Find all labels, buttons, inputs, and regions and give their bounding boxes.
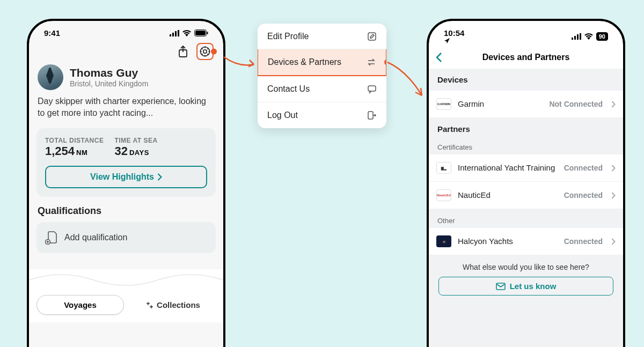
nauticed-logo-icon: NauticEd xyxy=(436,189,451,201)
profile-actions xyxy=(29,41,223,64)
row-garmin-label: Garmin xyxy=(458,99,543,109)
tab-voyages[interactable]: Voyages xyxy=(36,295,124,315)
tab-voyages-label: Voyages xyxy=(64,300,97,309)
menu-contact-us-label: Contact Us xyxy=(267,84,310,94)
halcyon-logo-icon: ≋ xyxy=(436,235,451,247)
menu-devices-partners-highlighted[interactable]: Devices & Partners xyxy=(258,49,386,76)
wave-divider xyxy=(29,269,223,291)
wifi-icon xyxy=(182,30,191,36)
share-button[interactable] xyxy=(175,43,191,60)
stat-distance-value: 1,254 xyxy=(45,144,75,158)
status-right: 90 xyxy=(572,32,608,41)
status-time-wrap: 10:54 xyxy=(444,28,466,44)
battery-icon xyxy=(194,29,208,36)
logout-icon xyxy=(367,110,377,120)
row-nauticed-label: NauticEd xyxy=(458,190,558,200)
add-document-icon xyxy=(45,231,58,245)
let-us-know-button[interactable]: Let us know xyxy=(438,277,613,296)
svg-rect-11 xyxy=(368,33,376,40)
menu-devices-partners-label: Devices & Partners xyxy=(268,57,341,67)
svg-rect-3 xyxy=(178,30,179,36)
screen-body: Devices GARMIN Garmin Not Connected Part… xyxy=(429,69,623,347)
profile-bio: Day skipper with charter experience, loo… xyxy=(29,93,223,125)
avatar[interactable] xyxy=(38,64,63,90)
tab-collections[interactable]: Collections xyxy=(129,295,216,315)
partners-header: Partners xyxy=(429,118,623,140)
swap-icon xyxy=(367,58,376,67)
chat-icon xyxy=(367,85,377,94)
menu-log-out-label: Log Out xyxy=(267,110,298,120)
battery-percent: 90 xyxy=(596,32,608,41)
row-iyt[interactable]: ▇▂ International Yacht Training Connecte… xyxy=(429,154,623,182)
iyt-logo-icon: ▇▂ xyxy=(436,162,451,174)
row-nauticed[interactable]: NauticEd NauticEd Connected xyxy=(429,182,623,209)
sparkle-icon xyxy=(145,301,153,309)
svg-rect-5 xyxy=(195,31,206,35)
row-iyt-status: Connected xyxy=(564,164,603,172)
feedback-prompt: What else would you like to see here? xyxy=(429,255,623,277)
svg-rect-14 xyxy=(572,38,573,40)
menu-edit-profile[interactable]: Edit Profile xyxy=(258,24,386,49)
stat-time-value: 32 xyxy=(114,144,127,158)
chevron-right-icon xyxy=(157,173,162,181)
stats-card: TOTAL DISTANCE 1,254NM TIME AT SEA 32DAY… xyxy=(36,128,216,197)
svg-rect-15 xyxy=(574,36,576,40)
svg-rect-0 xyxy=(170,34,171,36)
row-halcyon[interactable]: ≋ Halcyon Yachts Connected xyxy=(429,228,623,255)
garmin-logo-icon: GARMIN xyxy=(436,98,451,110)
tab-collections-label: Collections xyxy=(157,300,200,309)
wifi-icon xyxy=(584,33,593,40)
row-iyt-label: International Yacht Training xyxy=(458,163,558,173)
stat-distance-label: TOTAL DISTANCE xyxy=(45,137,104,144)
svg-rect-2 xyxy=(175,31,177,36)
menu-log-out[interactable]: Log Out xyxy=(258,102,386,128)
stat-time-unit: DAYS xyxy=(129,149,149,157)
status-time: 10:54 xyxy=(444,28,464,38)
screen-title: Devices and Partners xyxy=(482,53,570,62)
row-garmin-status: Not Connected xyxy=(549,100,603,108)
certificates-subheader: Certificates xyxy=(429,140,623,154)
view-highlights-label: View Highlights xyxy=(90,172,154,182)
stat-time-label: TIME AT SEA xyxy=(114,137,157,144)
flow-arrow-2 xyxy=(385,60,427,102)
devices-header: Devices xyxy=(429,69,623,91)
settings-button-highlighted[interactable] xyxy=(196,43,214,60)
settings-popover: Edit Profile Devices & Partners Contact … xyxy=(258,24,386,128)
profile-name: Thomas Guy xyxy=(70,67,148,79)
svg-point-8 xyxy=(203,50,207,53)
chevron-right-icon xyxy=(611,238,616,245)
chevron-right-icon xyxy=(611,192,616,199)
profile-location: Bristol, United Kingdom xyxy=(70,79,148,88)
stat-distance-unit: NM xyxy=(76,149,87,157)
row-halcyon-status: Connected xyxy=(564,237,603,246)
mail-icon xyxy=(496,283,506,290)
back-button[interactable] xyxy=(435,52,442,63)
menu-edit-profile-label: Edit Profile xyxy=(267,32,309,41)
statusbar: 10:54 90 xyxy=(429,21,623,47)
add-qualification-button[interactable]: Add qualification xyxy=(36,222,216,253)
status-time: 9:41 xyxy=(44,28,60,38)
chevron-right-icon xyxy=(611,101,616,108)
edit-icon xyxy=(367,32,377,41)
statusbar: 9:41 xyxy=(29,21,223,41)
phone-profile-screen: 9:41 Thomas Guy xyxy=(27,19,225,347)
highlight-dot-icon xyxy=(211,49,217,55)
profile-header: Thomas Guy Bristol, United Kingdom xyxy=(29,64,223,93)
menu-contact-us[interactable]: Contact Us xyxy=(258,76,386,102)
chevron-right-icon xyxy=(611,165,616,172)
view-highlights-button[interactable]: View Highlights xyxy=(45,166,207,188)
row-halcyon-label: Halcyon Yachts xyxy=(458,237,558,246)
row-garmin[interactable]: GARMIN Garmin Not Connected xyxy=(429,91,623,118)
svg-rect-13 xyxy=(368,112,373,119)
status-right xyxy=(170,29,208,36)
location-arrow-icon xyxy=(444,38,466,44)
other-subheader: Other xyxy=(429,209,623,228)
signal-icon xyxy=(572,33,581,40)
qualifications-title: Qualifications xyxy=(29,204,223,222)
svg-rect-18 xyxy=(496,283,505,290)
add-qualification-label: Add qualification xyxy=(64,233,127,242)
tabs: Voyages Collections xyxy=(29,291,223,322)
svg-rect-17 xyxy=(580,33,581,40)
svg-rect-12 xyxy=(368,86,376,91)
highlight-dot-icon xyxy=(384,60,386,65)
